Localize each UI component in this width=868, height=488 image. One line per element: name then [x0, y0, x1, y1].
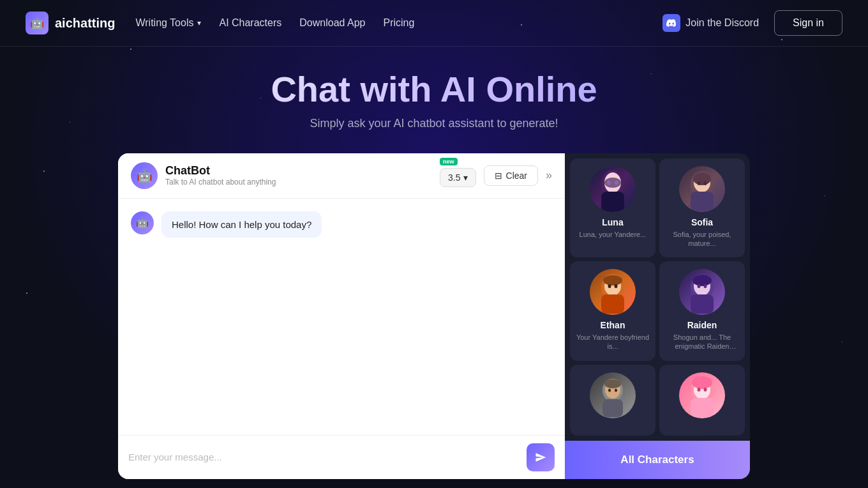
character-avatar-6 — [679, 372, 725, 418]
hero-subtitle: Simply ask your AI chatbot assistant to … — [13, 117, 855, 130]
svg-point-35 — [704, 388, 707, 392]
svg-point-14 — [603, 275, 622, 286]
svg-point-28 — [608, 388, 611, 392]
chat-input-area — [118, 435, 565, 479]
character-avatar-5 — [590, 372, 636, 418]
svg-point-4 — [607, 180, 611, 185]
characters-sidebar: Luna Luna, your Yandere... Sofia Sof — [565, 153, 750, 479]
svg-rect-3 — [601, 192, 624, 212]
characters-grid: Luna Luna, your Yandere... Sofia Sof — [565, 153, 750, 441]
hero-title: Chat with AI Online — [13, 70, 855, 109]
svg-rect-33 — [691, 398, 714, 417]
char-desc-ethan: Your Yandere boyfriend is... — [575, 333, 650, 351]
chat-container: 🤖 ChatBot Talk to AI chatbot about anyth… — [118, 153, 565, 479]
sign-in-button[interactable]: Sign in — [774, 10, 842, 36]
svg-point-2 — [604, 178, 621, 188]
character-avatar-raiden — [679, 269, 725, 315]
svg-point-17 — [615, 284, 618, 288]
nav-writing-tools[interactable]: Writing Tools ▾ — [135, 17, 201, 29]
svg-point-10 — [698, 181, 701, 185]
char-name-sofia: Sofia — [691, 217, 713, 227]
svg-rect-9 — [691, 192, 714, 211]
bot-message-avatar: 🤖 — [131, 211, 154, 234]
main-content: 🤖 ChatBot Talk to AI chatbot about anyth… — [0, 143, 868, 479]
character-avatar-sofia — [679, 166, 725, 212]
chat-header-controls: new 3.5 ▾ ⊟ Clear » — [440, 164, 552, 187]
character-card-6[interactable] — [659, 365, 745, 436]
svg-point-16 — [608, 284, 611, 288]
char-name-luna: Luna — [602, 217, 623, 227]
all-characters-button[interactable]: All Characters — [565, 441, 750, 479]
character-card-raiden[interactable]: Raiden Shogun and... The enigmatic Raide… — [659, 261, 745, 361]
chat-messages: 🤖 Hello! How can I help you today? — [118, 199, 565, 435]
char-desc-luna: Luna, your Yandere... — [580, 230, 647, 239]
chat-input[interactable] — [128, 452, 520, 462]
char-desc-sofia: Sofia, your poised, mature... — [664, 230, 740, 248]
character-card-ethan[interactable]: Ethan Your Yandere boyfriend is... — [570, 261, 655, 361]
svg-rect-21 — [691, 294, 714, 314]
chevron-down-icon: ▾ — [463, 172, 468, 183]
nav-pricing[interactable]: Pricing — [383, 17, 414, 29]
version-badge[interactable]: new 3.5 ▾ — [440, 164, 475, 187]
svg-point-34 — [698, 388, 701, 392]
char-desc-raiden: Shogun and... The enigmatic Raiden Shogu… — [664, 333, 740, 351]
message-bubble: Hello! How can I help you today? — [161, 211, 322, 238]
nav-links: Writing Tools ▾ AI Characters Download A… — [135, 17, 414, 29]
logo-icon: 🤖 — [26, 11, 49, 34]
version-selector[interactable]: 3.5 ▾ — [440, 168, 475, 187]
svg-point-5 — [615, 180, 618, 185]
discord-icon — [662, 14, 680, 32]
message-item: 🤖 Hello! How can I help you today? — [131, 211, 552, 238]
svg-point-22 — [698, 284, 701, 288]
chatbot-avatar: 🤖 — [131, 162, 158, 189]
svg-point-11 — [704, 181, 707, 185]
chatbot-info: ChatBot Talk to AI chatbot about anythin… — [165, 164, 440, 187]
expand-button[interactable]: » — [546, 169, 552, 182]
nav-right: Join the Discord Sign in — [662, 10, 842, 36]
send-button[interactable] — [527, 443, 555, 471]
character-card-sofia[interactable]: Sofia Sofia, your poised, mature... — [659, 158, 745, 258]
character-card-5[interactable] — [570, 365, 655, 436]
char-name-raiden: Raiden — [687, 320, 717, 330]
clear-icon: ⊟ — [495, 171, 502, 181]
chatbot-subtitle: Talk to AI chatbot about anything — [165, 178, 440, 187]
nav-left: 🤖 aichatting Writing Tools ▾ AI Characte… — [26, 11, 414, 34]
svg-point-23 — [704, 284, 707, 288]
svg-point-32 — [692, 376, 712, 389]
logo[interactable]: 🤖 aichatting — [26, 11, 115, 34]
character-avatar-ethan — [590, 269, 636, 315]
svg-point-20 — [692, 275, 712, 286]
logo-text: aichatting — [55, 16, 115, 31]
nav-download-app[interactable]: Download App — [299, 17, 365, 29]
character-avatar-luna — [590, 166, 636, 212]
discord-button[interactable]: Join the Discord — [662, 14, 759, 32]
new-tag: new — [440, 158, 458, 165]
navbar: 🤖 aichatting Writing Tools ▾ AI Characte… — [0, 0, 868, 47]
svg-rect-15 — [601, 294, 624, 314]
chevron-down-icon: ▾ — [197, 19, 201, 27]
chatbot-name: ChatBot — [165, 164, 440, 178]
svg-point-8 — [693, 172, 711, 185]
character-card-luna[interactable]: Luna Luna, your Yandere... — [570, 158, 655, 258]
nav-ai-characters[interactable]: AI Characters — [219, 17, 281, 29]
svg-rect-27 — [602, 399, 623, 417]
svg-point-29 — [615, 388, 617, 392]
char-name-ethan: Ethan — [601, 320, 625, 330]
hero-section: Chat with AI Online Simply ask your AI c… — [0, 47, 868, 143]
chat-header: 🤖 ChatBot Talk to AI chatbot about anyth… — [118, 153, 565, 199]
clear-button[interactable]: ⊟ Clear — [484, 165, 538, 186]
svg-point-26 — [604, 379, 621, 388]
